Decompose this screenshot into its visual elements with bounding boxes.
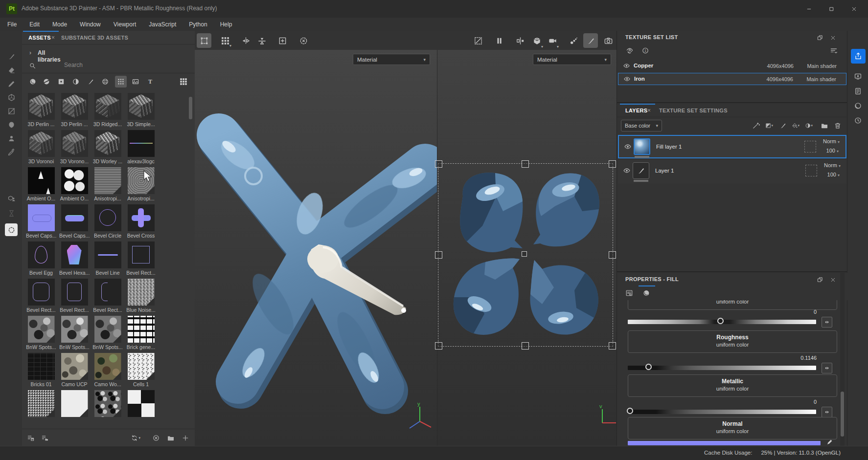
selection-tool[interactable] [5,223,18,236]
menu-help[interactable]: Help [220,21,232,28]
new-shelf-folder-icon[interactable] [166,433,176,443]
stencil-visibility-icon[interactable] [471,33,485,48]
menu-file[interactable]: File [7,21,17,28]
add-resource-icon[interactable] [181,433,190,443]
visibility-eye-icon[interactable] [623,75,631,83]
layer-mask-placeholder[interactable] [804,141,816,153]
layer-opacity[interactable]: 100 ▾ [826,148,839,153]
transform-gizmo-icon[interactable] [197,33,211,48]
layer-opacity[interactable]: 100 ▾ [827,172,840,177]
smudge-tool[interactable] [6,106,16,116]
screenshot-icon[interactable] [601,33,616,48]
selection-handle[interactable] [522,160,529,168]
material-visibility-icon[interactable] [626,46,634,54]
channel-slider[interactable] [628,320,816,324]
model-3d-view[interactable] [195,50,437,446]
tab-substance-3d-assets[interactable]: SUBSTANCE 3D ASSETS [61,35,128,41]
mirror-mode-icon[interactable] [238,33,253,48]
layer-row[interactable]: Fill layer 1Norm ▾100 ▾ [618,135,846,158]
asset-thumbnail[interactable] [128,279,155,306]
menu-viewport[interactable]: Viewport [114,21,136,28]
filter-smart-masks-icon[interactable] [55,76,67,88]
slider-handle[interactable] [645,364,652,370]
add-paint-layer-icon[interactable] [779,122,787,130]
expand-channel-icon[interactable] [822,407,832,417]
asset-item[interactable]: Bevel Egg [26,241,56,279]
projection-tool[interactable] [6,79,16,88]
undock-icon[interactable] [816,276,824,284]
asset-thumbnail[interactable] [128,316,155,343]
grid-view-icon[interactable] [178,76,189,88]
add-fill-icon[interactable]: ▾ [792,122,799,130]
asset-item[interactable]: Bevel Rect... [126,241,156,279]
eraser-tool[interactable] [6,65,16,75]
layer-visibility-eye-icon[interactable] [624,143,632,151]
asset-thumbnail[interactable] [94,316,121,343]
asset-thumbnail[interactable] [94,204,121,231]
menu-javascript[interactable]: JavaScript [149,21,176,28]
visibility-eye-icon[interactable] [623,62,631,70]
resources-updates[interactable] [6,193,16,203]
tool-properties-tab-icon[interactable] [625,289,633,297]
menu-python[interactable]: Python [189,21,207,28]
asset-thumbnail[interactable] [128,93,155,120]
filter-alphas-icon[interactable] [99,76,111,88]
import-resources-icon[interactable] [40,433,50,443]
filter-textures-icon[interactable] [130,76,141,88]
clear-filters-icon[interactable] [151,433,161,443]
slider-handle[interactable] [717,318,724,324]
asset-item[interactable]: Bevel Line [92,241,123,279]
layer-row[interactable]: Layer 1Norm ▾100 ▾ [618,160,846,183]
delete-layer-icon[interactable] [834,122,842,130]
maximize-button[interactable] [820,0,843,18]
texture-set-row[interactable]: Iron4096x4096Main shader [618,73,846,85]
asset-thumbnail[interactable] [61,93,88,120]
asset-item[interactable]: Camo Wo... [92,353,123,390]
asset-thumbnail[interactable] [61,316,88,343]
asset-thumbnail[interactable] [28,316,55,343]
paint-mode-icon[interactable] [583,33,598,48]
asset-item[interactable]: Bevel Hexa... [59,241,90,279]
asset-thumbnail[interactable] [61,353,88,380]
channel-filter-dropdown[interactable]: Base color ▾ [621,120,662,131]
material-picker-tool[interactable] [6,133,16,143]
filter-filters-icon[interactable] [70,76,82,88]
properties-scrollbar[interactable] [840,273,845,446]
filter-fonts-icon[interactable]: T [144,76,156,88]
tab-assets[interactable]: ASSETS [28,35,51,41]
layer-blend-mode[interactable]: Norm ▾ [823,138,840,144]
asset-item[interactable]: 3D Worley ... [92,130,123,167]
tab-texture-set-settings[interactable]: TEXTURE SET SETTINGS [659,108,728,113]
asset-item[interactable]: 3D Ridged... [92,93,123,130]
tab-layers-close-icon[interactable]: × [647,107,651,114]
shader-settings[interactable] [853,101,863,110]
layer-visibility-eye-icon[interactable] [623,167,631,175]
selection-handle[interactable] [435,160,442,168]
asset-item[interactable]: Bevel Cross [126,204,156,241]
add-mask-icon[interactable]: ▾ [805,122,813,130]
selection-handle[interactable] [609,160,616,168]
export-assets-list-icon[interactable] [26,433,36,443]
asset-thumbnail[interactable] [28,204,55,231]
assets-scrollbar[interactable] [189,97,192,119]
no-projection-icon[interactable] [296,33,311,48]
selection-pivot[interactable] [522,251,527,257]
asset-thumbnail[interactable] [94,93,121,120]
asset-item[interactable]: Ambient O... [26,167,56,204]
layer-blend-mode[interactable]: Norm ▾ [824,162,841,168]
normal-color-bar[interactable] [628,441,821,445]
asset-item[interactable]: Camo UCP [59,353,90,390]
color-pick-pen-icon[interactable] [826,439,833,446]
asset-item[interactable]: Anisotropi... [92,167,123,204]
asset-thumbnail[interactable] [94,130,121,157]
menu-mode[interactable]: Mode [52,21,67,28]
asset-item[interactable] [59,390,90,427]
menu-window[interactable]: Window [80,21,101,28]
selection-handle[interactable] [522,342,529,350]
filter-smart-materials-icon[interactable] [41,76,52,88]
asset-thumbnail[interactable] [28,93,55,120]
split-2d-3d-view-icon[interactable] [513,33,527,48]
asset-item[interactable]: Bevel Rect... [26,279,56,316]
asset-thumbnail[interactable] [128,204,155,231]
asset-thumbnail[interactable] [28,167,55,194]
